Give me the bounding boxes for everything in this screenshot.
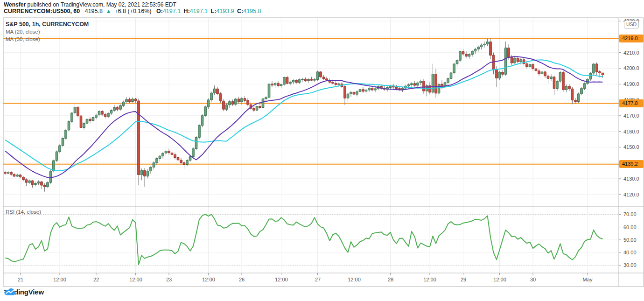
pane-legend-title[interactable]: S&P 500, 1h, CURRENCYCOM: [6, 21, 89, 28]
currency-badge[interactable]: USD: [624, 21, 639, 28]
tradingview-logo[interactable]: TradingView: [4, 288, 44, 296]
rsi-axis-label[interactable]: 60.00: [623, 224, 637, 231]
time-axis-label[interactable]: 22: [83, 277, 109, 282]
rsi-axis-label[interactable]: 70.00: [623, 211, 637, 217]
chart-frame: [3, 18, 644, 287]
rsi-line-layer: [5, 214, 603, 265]
time-axis-label[interactable]: 29: [450, 277, 476, 282]
time-axis-label[interactable]: 12:00: [417, 277, 443, 282]
time-axis-label[interactable]: 12:00: [341, 277, 367, 282]
price-axis-label[interactable]: 4130.0: [623, 175, 639, 182]
level-price-label[interactable]: 4219.0: [619, 35, 644, 42]
vertical-gridlines: [21, 18, 588, 273]
time-axis-label[interactable]: 12:00: [47, 277, 73, 282]
time-axis-label[interactable]: 26: [229, 277, 255, 282]
level-price-label[interactable]: 4139.2: [619, 160, 644, 168]
ma20-line: [5, 56, 603, 177]
rsi-line: [5, 214, 603, 265]
rsi-axis-label[interactable]: 50.00: [623, 237, 637, 243]
ma30-line: [5, 60, 603, 170]
time-axis-label[interactable]: 12:00: [268, 277, 294, 282]
candles-up-layer: [7, 42, 595, 187]
price-axis-label[interactable]: 4200.0: [623, 65, 639, 71]
tradingview-snapshot: Wensfer published on TradingView.com, Ma…: [0, 0, 644, 301]
time-axis-label[interactable]: 21: [7, 277, 34, 282]
time-axis-label[interactable]: 12:00: [487, 277, 513, 282]
tradingview-cloud-icon: [4, 288, 17, 296]
ma-lines-layer: [5, 56, 603, 177]
legend-ma30[interactable]: MA (30, close): [6, 36, 40, 42]
legend-ma20[interactable]: MA (20, close): [6, 29, 40, 35]
time-axis-label[interactable]: 27: [305, 277, 331, 282]
price-axis-label[interactable]: 4150.0: [623, 144, 639, 150]
price-axis-label[interactable]: 4120.0: [623, 191, 639, 198]
price-gridlines: [3, 21, 619, 195]
rsi-axis-label[interactable]: 40.00: [623, 249, 637, 256]
time-axis-label[interactable]: 28: [378, 277, 404, 282]
time-axis-label[interactable]: 12:00: [196, 277, 222, 282]
rsi-axis-label[interactable]: 30.00: [623, 262, 637, 268]
price-axis-label[interactable]: 4160.0: [623, 128, 639, 135]
time-axis-label[interactable]: 30: [520, 277, 546, 282]
candles-down-layer: [4, 42, 604, 187]
price-axis-label[interactable]: 4210.0: [623, 49, 639, 56]
candle-wicks-layer: [5, 38, 603, 191]
level-lines: [3, 38, 619, 164]
time-axis-label[interactable]: 12:00: [123, 277, 149, 282]
chart-canvas[interactable]: [0, 0, 644, 301]
legend-rsi[interactable]: RSI (14, close): [6, 209, 41, 215]
price-axis-label[interactable]: 4190.0: [623, 81, 639, 87]
time-axis-label[interactable]: 23: [156, 277, 182, 282]
price-axis-label[interactable]: 4170.0: [623, 112, 639, 119]
level-price-label[interactable]: 4177.8: [619, 99, 644, 107]
time-axis-label[interactable]: May: [574, 277, 601, 282]
